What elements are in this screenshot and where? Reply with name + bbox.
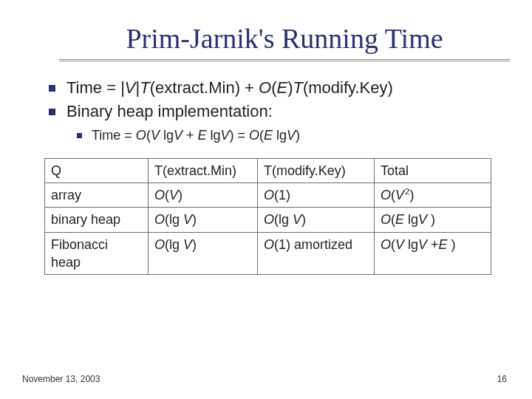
complexity-table: Q T(extract.Min) T(modify.Key) Total arr… (44, 158, 491, 275)
text: lg (404, 237, 418, 252)
table-row: array O(V) O(1) O(V2) (45, 183, 491, 207)
var-T: T (140, 78, 149, 97)
cell: O(V lgV +E ) (375, 232, 491, 275)
cell: O(1) (258, 183, 375, 207)
var-O: O (154, 237, 165, 252)
text: lg (404, 212, 418, 227)
text: (1) amortized (274, 237, 352, 252)
var-E: E (264, 128, 273, 143)
var-E: E (395, 212, 404, 227)
bullet-time-formula: Time = |V|T(extract.Min) + O(E)T(modify.… (44, 77, 495, 99)
text: Time = | (66, 78, 125, 97)
th-extractmin: T(extract.Min) (149, 158, 258, 183)
text: lg (160, 128, 174, 143)
cell: O(E lgV ) (375, 208, 491, 232)
var-E: E (439, 237, 448, 252)
text: (modify.Key) (303, 78, 393, 97)
th-Q: Q (45, 158, 149, 183)
var-O: O (264, 212, 274, 227)
text: ) (296, 128, 300, 143)
text: ) (192, 212, 197, 227)
bullet-list-2: Time = O(V lgV + E lgV) = O(E lgV) (74, 126, 495, 144)
cell: O(lg V) (149, 232, 258, 275)
text: ) (448, 237, 456, 252)
var-T: T (293, 78, 303, 97)
var-E: E (276, 78, 287, 97)
text: lg (273, 128, 287, 143)
var-O: O (249, 128, 259, 143)
var-V: V (151, 128, 160, 143)
var-V: V (418, 212, 427, 227)
text: ) (178, 188, 183, 202)
var-V: V (220, 128, 229, 143)
bullet-list-1: Time = |V|T(extract.Min) + O(E)T(modify.… (44, 77, 495, 122)
var-O: O (264, 188, 274, 202)
text: + (427, 237, 439, 252)
th-modifykey: T(modify.Key) (258, 158, 375, 183)
var-V: V (174, 128, 183, 143)
var-V: V (293, 212, 301, 227)
text: (extract.Min) + (150, 78, 259, 97)
var-V: V (183, 212, 192, 227)
var-V: V (183, 237, 192, 252)
text: (1) (274, 188, 290, 202)
cell: O(V) (149, 183, 258, 207)
var-O: O (381, 237, 391, 252)
text: ) = (229, 128, 249, 143)
cell: O(lg V) (149, 208, 258, 232)
var-O: O (381, 188, 391, 202)
var-V: V (169, 188, 178, 202)
content-area: Time = |V|T(extract.Min) + O(E)T(modify.… (44, 77, 495, 275)
title-underline (59, 59, 510, 62)
var-O: O (264, 237, 274, 252)
page-number: 16 (497, 374, 507, 384)
cell-array: array (45, 183, 149, 207)
cell-binary-heap: binary heap (45, 208, 149, 232)
table-row: Fibonacci heap O(lg V) O(1) amortized O(… (45, 232, 491, 275)
var-V: V (125, 78, 136, 97)
text: ) (301, 212, 306, 227)
var-O: O (154, 212, 165, 227)
text: + (183, 128, 198, 143)
text: Binary heap implementation: (66, 102, 273, 120)
var-V: V (395, 188, 404, 202)
table-row: binary heap O(lg V) O(lg V) O(E lgV ) (45, 208, 491, 232)
bullet-binary-heap: Binary heap implementation: (44, 100, 495, 123)
var-V: V (395, 237, 404, 252)
var-V: V (287, 128, 296, 143)
cell-fibonacci: Fibonacci heap (45, 232, 149, 275)
var-V: V (418, 237, 427, 252)
th-total: Total (375, 158, 491, 183)
var-O: O (154, 188, 165, 202)
var-O: O (381, 212, 391, 227)
slide-title: Prim-Jarnik's Running Time (59, 22, 510, 55)
cell: O(V2) (375, 183, 491, 207)
bullet-time-eq: Time = O(V lgV + E lgV) = O(E lgV) (74, 126, 495, 144)
var-O: O (136, 128, 146, 143)
text: lg (206, 128, 220, 143)
cell: O(1) amortized (258, 232, 375, 275)
footer-date: November 13, 2003 (22, 374, 100, 384)
table-header-row: Q T(extract.Min) T(modify.Key) Total (45, 158, 491, 183)
text: (lg (165, 212, 183, 227)
text: Time = (92, 128, 136, 143)
text: ) (427, 212, 435, 227)
text: ) (287, 78, 293, 97)
var-O: O (259, 78, 271, 97)
sup-2: 2 (404, 186, 410, 196)
text: ) (192, 237, 197, 252)
slide: Prim-Jarnik's Running Time Time = |V|T(e… (0, 0, 532, 399)
var-E: E (197, 128, 206, 143)
text: ) (410, 188, 415, 202)
cell: O(lg V) (258, 208, 375, 232)
text: (lg (165, 237, 183, 252)
text: (lg (274, 212, 293, 227)
